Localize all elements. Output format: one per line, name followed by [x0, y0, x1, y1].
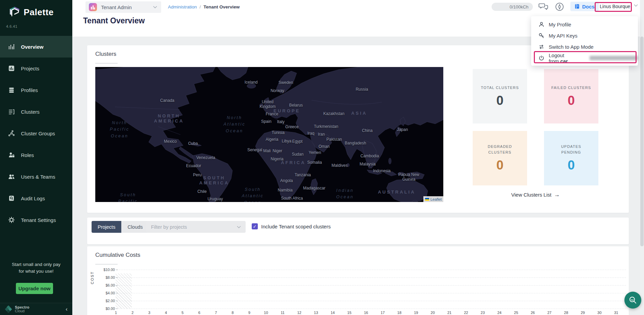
- usage-quota-pill[interactable]: 0/100kCh: [492, 3, 533, 11]
- stat-degraded-clusters: DEGRADED CLUSTERS 0: [473, 131, 527, 185]
- no-data-hatch-band: [116, 273, 132, 309]
- scope-selector[interactable]: Tenant Admin: [85, 1, 161, 13]
- x-axis-tick: 24: [497, 311, 501, 315]
- sidebar-item-users-teams[interactable]: Users & Teams: [0, 166, 72, 187]
- filter-placeholder: Filter by projects: [151, 224, 187, 230]
- sidebar-item-projects[interactable]: Projects: [0, 58, 72, 79]
- x-axis-tick: 8: [231, 311, 233, 315]
- scope-tabs: Projects Clouds: [92, 221, 149, 233]
- spectro-cloud-wordmark: Spectro Cloud: [15, 306, 29, 313]
- magnifier-smile-icon: [628, 296, 637, 305]
- x-axis-tick: 12: [297, 311, 301, 315]
- menu-item-label: My Profile: [549, 22, 571, 27]
- switch-mode-icon: [539, 44, 544, 50]
- map-label: North Pacific Ocean: [110, 120, 129, 139]
- redacted-tenant-name: [590, 56, 638, 60]
- power-icon: [539, 55, 544, 61]
- map-label: Oman: [319, 144, 330, 149]
- page-title: Tenant Overview: [83, 16, 145, 25]
- compass-help-icon[interactable]: [555, 2, 564, 11]
- stat-value: 0: [496, 158, 503, 173]
- key-icon: [539, 33, 544, 39]
- x-axis-tick: 2: [131, 311, 133, 315]
- upgrade-promo-text: Start small and only pay for what you us…: [0, 261, 72, 275]
- sidebar-item-audit-logs[interactable]: Audit Logs: [0, 187, 72, 209]
- sidebar-item-overview[interactable]: Overview: [0, 36, 72, 58]
- map-label: Sweden: [278, 80, 293, 85]
- users-teams-icon: [8, 173, 15, 180]
- chat-feedback-icon[interactable]: [539, 2, 549, 11]
- ukraine-flag-icon: [425, 198, 429, 201]
- overview-chart-icon: [8, 43, 15, 50]
- sidebar-item-clusters[interactable]: Clusters: [0, 101, 72, 122]
- sidebar-item-profiles[interactable]: Profiles: [0, 79, 72, 101]
- clusters-card: Clusters: [87, 45, 629, 213]
- map-label: Venezuela: [196, 155, 215, 160]
- filter-by-projects-select[interactable]: Filter by projects: [146, 221, 246, 233]
- x-axis-tick: 1: [115, 311, 117, 315]
- menu-item-label: My API Keys: [549, 33, 577, 39]
- x-axis-tick: 19: [414, 311, 418, 315]
- map-label: South Africa: [281, 196, 303, 201]
- sidebar-item-tenant-settings[interactable]: Tenant Settings: [0, 209, 72, 231]
- menu-item-switch-app-mode[interactable]: Switch to App Mode: [531, 41, 638, 52]
- app-root: Palette 4.6.41 Overview Proje: [0, 0, 644, 315]
- x-axis-tick: 3: [148, 311, 150, 315]
- tenant-scoped-checkbox-row: ✓ Include Tenant scoped clusters: [252, 223, 331, 229]
- gridline: $10.00: [119, 270, 626, 270]
- gridline: $0.00: [119, 309, 626, 309]
- scrollbar-thumb[interactable]: [640, 37, 644, 246]
- scope-label: Tenant Admin: [101, 4, 132, 10]
- x-axis-tick: 5: [181, 311, 183, 315]
- audit-logs-icon: [8, 195, 15, 202]
- roles-user-lock-icon: [8, 152, 15, 158]
- map-label: Iceland: [245, 80, 258, 85]
- menu-item-my-api-keys[interactable]: My API Keys: [531, 30, 638, 41]
- map-label: Bangladesh: [345, 141, 366, 145]
- y-axis-label: COST: [90, 271, 94, 284]
- x-axis-tick: 21: [447, 311, 451, 315]
- sidebar-item-label: Tenant Settings: [21, 217, 56, 223]
- sidebar-item-roles[interactable]: Roles: [0, 144, 72, 166]
- map-label: Papua New Guinea: [398, 172, 419, 182]
- tab-projects[interactable]: Projects: [92, 221, 121, 233]
- stat-failed-clusters: FAILED CLUSTERS 0: [544, 69, 598, 123]
- tab-clouds[interactable]: Clouds: [121, 221, 149, 233]
- map-label: Algeria: [266, 137, 278, 142]
- spectro-cloud-logo: [5, 306, 12, 313]
- x-axis: 1234567891011121314151617181920212223242…: [87, 311, 629, 315]
- map-label: EUROPE: [274, 108, 300, 113]
- palette-logo: Palette: [9, 6, 54, 18]
- upgrade-now-button[interactable]: Upgrade now: [16, 283, 53, 294]
- stat-label: TOTAL CLUSTERS: [481, 85, 519, 91]
- sidebar-item-cluster-groups[interactable]: Cluster Groups: [0, 122, 72, 144]
- include-tenant-scoped-checkbox[interactable]: ✓: [252, 223, 258, 229]
- gridline: $4.00: [119, 293, 626, 293]
- help-search-fab[interactable]: [624, 292, 641, 309]
- map-label: South Pacific: [118, 192, 138, 202]
- view-clusters-list-link[interactable]: View Clusters List→: [473, 192, 598, 198]
- checkbox-label: Include Tenant scoped clusters: [261, 224, 331, 229]
- x-axis-tick: 25: [514, 311, 518, 315]
- map-label: Yemen: [309, 150, 321, 155]
- user-menu-button[interactable]: Linus Bourque: [597, 2, 633, 11]
- gridline: $2.00: [119, 301, 626, 301]
- gridline: $8.00: [119, 277, 626, 278]
- map-label: Egypt: [292, 139, 303, 144]
- breadcrumb: Administration / Tenant Overview: [168, 0, 240, 14]
- docs-button[interactable]: Docs: [570, 2, 599, 11]
- menu-item-my-profile[interactable]: My Profile: [531, 19, 638, 30]
- app-version: 4.6.41: [6, 24, 18, 28]
- leaflet-attribution[interactable]: Leaflet: [423, 196, 443, 202]
- menu-item-logout[interactable]: Logout from car: [531, 52, 638, 64]
- sidebar: Palette 4.6.41 Overview Proje: [0, 0, 72, 315]
- profiles-layers-icon: [8, 87, 15, 93]
- world-map[interactable]: CanadaNORTH AMERICANorth Pacific OceanNo…: [95, 67, 443, 202]
- x-axis-tick: 6: [198, 311, 200, 315]
- sidebar-collapse-button[interactable]: ‹: [66, 306, 68, 312]
- user-icon: [539, 22, 544, 27]
- sidebar-nav: Overview Projects Profiles: [0, 36, 72, 231]
- breadcrumb-administration[interactable]: Administration: [168, 4, 197, 9]
- sidebar-item-label: Overview: [21, 44, 44, 50]
- map-label: SOUTH AMERICA: [199, 175, 229, 185]
